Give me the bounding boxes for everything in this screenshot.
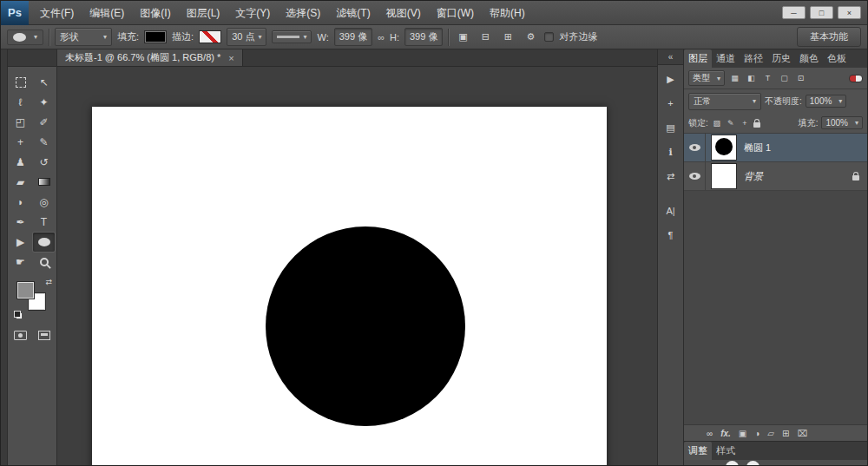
adjustment-icon-partial[interactable] [746,461,760,466]
menu-image[interactable]: 图像(I) [132,1,178,25]
adjustment-icon-partial[interactable] [726,461,739,466]
lasso-tool[interactable]: ℓ [10,93,31,112]
menu-type[interactable]: 文字(Y) [227,1,278,25]
lock-position-icon[interactable]: + [740,119,750,128]
menu-help[interactable]: 帮助(H) [482,1,533,25]
layer-filter-toggle[interactable] [849,75,863,82]
hand-tool[interactable]: ☛ [10,253,31,272]
crop-tool[interactable]: ◰ [10,113,31,132]
path-alignment-button[interactable]: ⊟ [477,30,494,45]
rectangular-marquee-tool[interactable] [10,73,31,92]
ellipse-tool[interactable] [33,233,55,252]
character-panel-icon[interactable]: A| [661,200,681,221]
layer-style-button[interactable]: fx. [720,429,731,438]
quick-mask-mode-button[interactable] [14,331,27,340]
eyedropper-tool[interactable]: ✐ [33,113,55,132]
tab-adjustments[interactable]: 调整 [684,442,712,460]
add-layer-mask-button[interactable]: ▣ [739,429,746,438]
swap-colors-icon[interactable]: ⇄ [45,278,52,286]
align-edges-checkbox[interactable] [544,32,554,42]
stroke-color-swatch[interactable] [199,30,221,43]
history-panel-icon[interactable]: ⇄ [661,166,681,187]
layer-filter-dropdown[interactable]: 类型 ▾ [688,70,725,86]
shape-width-field[interactable]: 399 像 [334,28,372,46]
document-canvas[interactable] [92,107,607,465]
lock-transparent-pixels-icon[interactable]: ▨ [712,119,722,128]
fill-color-swatch[interactable] [144,30,167,43]
layer-thumbnail[interactable] [711,135,737,161]
actions-panel-icon[interactable]: ▶ [661,69,681,89]
tab-color[interactable]: 颜色 [795,49,823,68]
move-tool[interactable]: ↖ [33,73,55,92]
path-operations-button[interactable]: ▣ [454,30,471,45]
close-button[interactable]: × [838,6,861,19]
ellipse-shape[interactable] [266,226,465,426]
menu-view[interactable]: 视图(V) [378,1,429,25]
eraser-tool[interactable]: ▰ [10,173,31,192]
tab-history[interactable]: 历史 [767,49,795,68]
expand-panels-button[interactable]: « [658,49,683,65]
close-icon[interactable]: × [228,53,233,63]
layer-row-ellipse[interactable]: 椭圆 1 [684,134,867,162]
gradient-tool[interactable] [33,173,55,192]
layer-thumbnail[interactable] [711,163,737,189]
screen-mode-button[interactable] [38,331,50,340]
filter-pixel-layers-icon[interactable]: ▦ [728,72,741,85]
new-layer-button[interactable]: ⊞ [782,429,789,438]
path-selection-tool[interactable]: ▶ [10,233,31,252]
foreground-color-swatch[interactable] [17,282,34,299]
tab-swatches[interactable]: 色板 [823,49,851,68]
tab-paths[interactable]: 路径 [740,49,767,68]
delete-layer-button[interactable]: ⌧ [797,429,807,438]
zoom-tool[interactable] [33,253,55,272]
new-adjustment-layer-button[interactable]: ◑ [754,429,760,438]
tool-presets-panel-icon[interactable]: + [661,93,681,114]
workspace-button[interactable]: 基本功能 [797,27,861,47]
tab-channels[interactable]: 通道 [712,49,740,68]
menu-window[interactable]: 窗口(W) [429,1,482,25]
link-dimensions-icon[interactable]: ∞ [378,32,385,43]
default-colors-icon[interactable] [14,311,23,319]
pen-tool[interactable]: ✒ [10,213,31,232]
tab-layers[interactable]: 图层 [684,49,712,68]
quick-selection-tool[interactable]: ✦ [33,93,55,112]
lock-image-pixels-icon[interactable]: ✎ [726,119,736,128]
photoshop-logo[interactable]: Ps [1,1,29,25]
shape-height-field[interactable]: 399 像 [404,28,443,46]
visibility-cell[interactable] [684,162,706,190]
stroke-width-dropdown[interactable]: 30 点 ▾ [227,28,266,46]
menu-file[interactable]: 文件(F) [32,1,82,25]
paragraph-panel-icon[interactable]: ¶ [661,225,681,246]
new-group-button[interactable]: ▱ [767,429,774,438]
link-layers-button[interactable]: ∞ [707,429,713,438]
menu-layer[interactable]: 图层(L) [179,1,228,25]
clone-stamp-tool[interactable]: ♟ [10,153,31,172]
info-panel-icon[interactable]: ℹ [661,141,681,162]
minimize-button[interactable]: ─ [782,6,806,19]
filter-type-layers-icon[interactable]: T [761,72,774,85]
dodge-tool[interactable]: ◎ [33,193,55,212]
clone-source-panel-icon[interactable]: ▤ [661,117,681,138]
type-tool[interactable]: T [33,213,55,232]
blur-tool[interactable]: ◗ [10,193,31,212]
tab-styles[interactable]: 样式 [712,442,740,460]
brush-tool[interactable]: ✎ [33,133,55,152]
lock-all-icon[interactable] [753,122,760,128]
filter-smart-objects-icon[interactable]: ⊡ [794,72,807,85]
visibility-cell[interactable] [684,134,706,161]
healing-brush-tool[interactable]: + [10,133,31,152]
tool-preset-button[interactable]: ▾ [7,30,43,45]
menu-select[interactable]: 选择(S) [278,1,328,25]
gear-icon[interactable]: ⚙ [522,30,539,45]
filter-adjustment-layers-icon[interactable]: ◧ [745,72,758,85]
blend-mode-dropdown[interactable]: 正常 ▾ [688,93,761,110]
history-brush-tool[interactable]: ↺ [33,153,55,172]
tool-mode-dropdown[interactable]: 形状 ▾ [55,28,112,46]
menu-edit[interactable]: 编辑(E) [82,1,132,25]
document-tab[interactable]: 未标题-1 @ 66.7% (椭圆 1, RGB/8) * × [57,49,243,66]
fill-value-box[interactable]: 100% ▾ [821,116,863,129]
stroke-type-dropdown[interactable]: ▾ [272,30,312,43]
filter-shape-layers-icon[interactable]: ▢ [778,72,791,85]
maximize-button[interactable]: □ [810,6,833,19]
opacity-value-box[interactable]: 100% ▾ [806,95,847,108]
